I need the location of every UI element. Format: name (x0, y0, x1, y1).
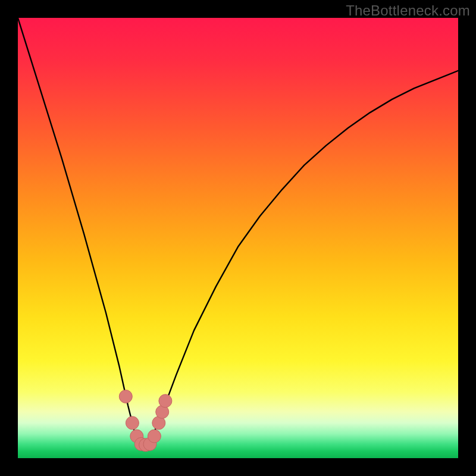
plot-area (18, 18, 458, 458)
gradient-background (18, 18, 458, 458)
marker-point (148, 430, 161, 443)
chart-frame: TheBottleneck.com (0, 0, 476, 476)
marker-point (119, 390, 132, 403)
marker-point (126, 416, 139, 430)
chart-svg (18, 18, 458, 458)
marker-point (159, 394, 172, 408)
watermark-text: TheBottleneck.com (346, 2, 470, 19)
